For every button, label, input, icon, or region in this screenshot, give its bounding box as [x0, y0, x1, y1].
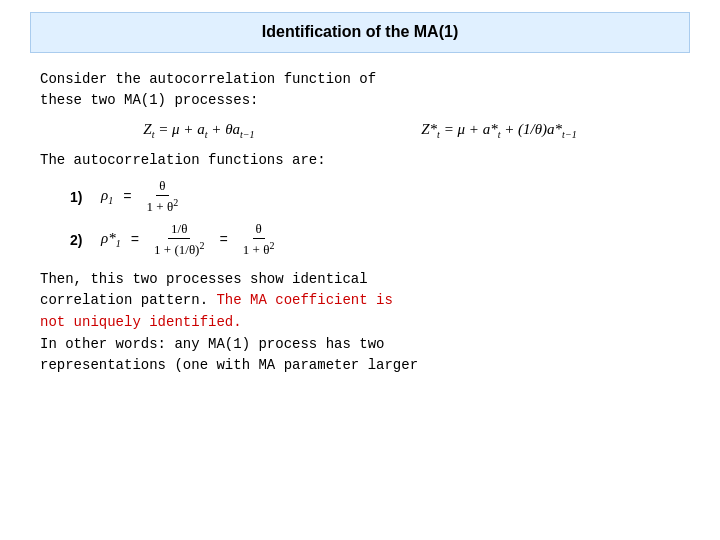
conclusion-line2: correlation pattern. [40, 292, 208, 308]
conclusion-line5: representations (one with MA parameter l… [40, 357, 418, 373]
formula2-label: 2) [70, 232, 95, 248]
zt-formulas: Zt = μ + at + θat−1 Z*t = μ + a*t + (1/θ… [60, 121, 660, 140]
zt-left-expr: Zt = μ + at + θat−1 [143, 121, 254, 137]
rho2-numerator1: 1/θ [168, 221, 190, 239]
conclusion-line3-red: not uniquely identified. [40, 314, 242, 330]
zt-formula-left: Zt = μ + at + θat−1 [143, 121, 254, 140]
rho2-denominator1: 1 + (1/θ)2 [151, 239, 207, 258]
rho2-equals1: = [131, 232, 139, 248]
rho1-formula: 1) ρ1 = θ 1 + θ2 [70, 178, 680, 215]
rho2-fraction2: θ 1 + θ2 [240, 221, 278, 258]
rho2-fraction1: 1/θ 1 + (1/θ)2 [151, 221, 207, 258]
rho1-numerator: θ [156, 178, 168, 196]
formula1-label: 1) [70, 189, 95, 205]
intro-line2: these two MA(1) processes: [40, 92, 258, 108]
page-container: Identification of the MA(1) Consider the… [0, 12, 720, 540]
conclusion-line1: Then, this two processes show identical [40, 271, 368, 287]
rho2-equals2: = [219, 232, 227, 248]
intro-line1: Consider the autocorrelation function of [40, 71, 376, 87]
rho1-equals: = [123, 189, 131, 205]
conclusion-line4: In other words: any MA(1) process has tw… [40, 336, 384, 352]
zt-formula-right: Z*t = μ + a*t + (1/θ)a*t−1 [421, 121, 576, 140]
content-area: Consider the autocorrelation function of… [0, 53, 720, 387]
zt-right-expr: Z*t = μ + a*t + (1/θ)a*t−1 [421, 121, 576, 137]
rho1-denominator: 1 + θ2 [144, 196, 182, 215]
rho1-symbol: ρ1 [101, 187, 113, 206]
intro-paragraph: Consider the autocorrelation function of… [40, 69, 680, 111]
rho1-fraction: θ 1 + θ2 [144, 178, 182, 215]
rho-formulas: 1) ρ1 = θ 1 + θ2 2) ρ*1 = 1/θ 1 + (1/θ)2… [70, 178, 680, 259]
rho2-denominator2: 1 + θ2 [240, 239, 278, 258]
conclusion-text: Then, this two processes show identical … [40, 269, 680, 377]
rho2-formula: 2) ρ*1 = 1/θ 1 + (1/θ)2 = θ 1 + θ2 [70, 221, 680, 258]
rho2-numerator2: θ [253, 221, 265, 239]
page-title: Identification of the MA(1) [262, 23, 458, 40]
conclusion-line2-red: The MA coefficient is [208, 292, 393, 308]
title-bar: Identification of the MA(1) [30, 12, 690, 53]
rho2-symbol: ρ*1 [101, 230, 121, 249]
acf-label: The autocorrelation functions are: [40, 152, 680, 168]
